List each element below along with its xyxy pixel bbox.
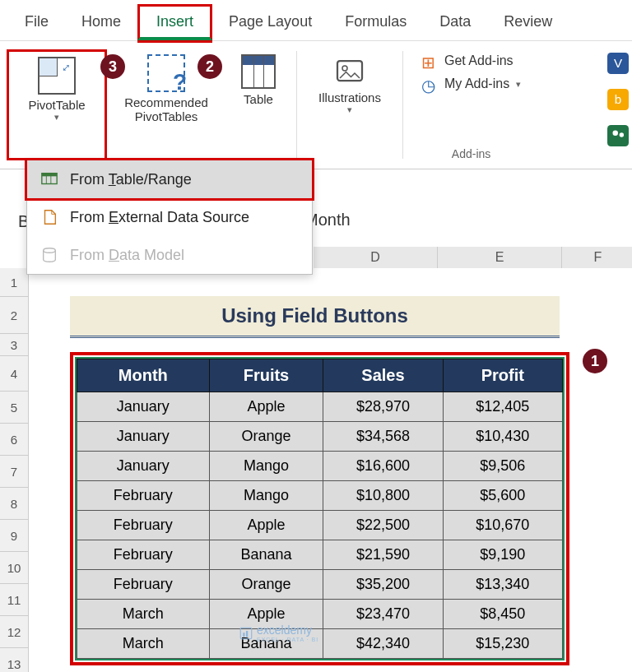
- step-marker-2: 2: [198, 54, 222, 79]
- step-marker-1: 1: [583, 349, 607, 373]
- table-icon: [241, 54, 276, 89]
- ribbon-separator: [296, 51, 297, 159]
- pivot-table-button[interactable]: PivotTable ▾: [7, 49, 107, 160]
- svg-rect-6: [607, 125, 629, 146]
- tab-insert[interactable]: Insert: [137, 4, 212, 40]
- from-external-item[interactable]: From External Data Source: [27, 198, 312, 236]
- get-addins-label: Get Add-ins: [444, 53, 514, 68]
- tab-review[interactable]: Review: [487, 7, 569, 40]
- row-headers: 1 2 3 4 5 6 7 8 9 10 11 12 13: [0, 268, 29, 672]
- illustrations-icon: [333, 54, 366, 87]
- from-table-range-label: From Table/Range: [70, 171, 192, 188]
- get-addins-icon: ⊞: [421, 53, 438, 69]
- addins-group-label: Add-ins: [420, 144, 523, 160]
- col-header-f[interactable]: F: [562, 247, 632, 268]
- tab-page-layout[interactable]: Page Layout: [212, 7, 328, 40]
- svg-text:V: V: [614, 56, 623, 70]
- svg-point-1: [342, 66, 347, 71]
- svg-point-7: [613, 131, 619, 137]
- chevron-down-icon: ▾: [516, 79, 521, 90]
- my-addins-label: My Add-ins: [444, 76, 509, 91]
- tab-file[interactable]: File: [8, 7, 65, 40]
- row-header-8[interactable]: 8: [0, 488, 29, 520]
- table-range-icon: [40, 170, 58, 188]
- table-row[interactable]: MarchBanana$42,340$15,230: [77, 629, 563, 659]
- ribbon-body: PivotTable ▾ Recommended PivotTables Tab…: [0, 41, 632, 169]
- table-row[interactable]: FebruaryBanana$21,590$9,190: [77, 540, 563, 570]
- col-profit[interactable]: Profit: [443, 359, 562, 392]
- row-header-13[interactable]: 13: [0, 648, 29, 672]
- addins-group: ⊞ Get Add-ins ◷ My Add-ins ▾ Add-ins: [408, 49, 534, 160]
- col-sales[interactable]: Sales: [323, 359, 443, 392]
- from-data-model-label: From Data Model: [70, 247, 184, 264]
- from-data-model-item: From Data Model: [27, 236, 312, 274]
- row-header-6[interactable]: 6: [0, 424, 29, 456]
- col-header-e[interactable]: E: [438, 247, 562, 268]
- my-addins-button[interactable]: ◷ My Add-ins ▾: [420, 72, 523, 95]
- from-external-label: From External Data Source: [70, 209, 249, 226]
- svg-point-8: [620, 132, 624, 137]
- from-table-range-item[interactable]: From Table/Range: [25, 158, 314, 201]
- right-app-icons: V b: [607, 53, 629, 146]
- table-row[interactable]: JanuaryApple$28,970$12,405: [77, 392, 563, 422]
- col-fruits[interactable]: Fruits: [209, 359, 323, 392]
- ribbon-tabs: File Home Insert Page Layout Formulas Da…: [0, 0, 632, 41]
- illustrations-button[interactable]: Illustrations ▾: [302, 49, 397, 160]
- tab-home[interactable]: Home: [65, 7, 137, 40]
- bing-icon[interactable]: b: [607, 89, 629, 110]
- illustrations-label: Illustrations: [318, 90, 381, 104]
- visio-icon[interactable]: V: [607, 53, 629, 74]
- data-table-selection: Month Fruits Sales Profit JanuaryApple$2…: [70, 352, 569, 665]
- table-row[interactable]: FebruaryOrange$35,200$13,340: [77, 570, 563, 600]
- table-row[interactable]: JanuaryMango$16,600$9,506: [77, 452, 563, 481]
- step-marker-3: 3: [100, 54, 125, 79]
- table-row[interactable]: FebruaryApple$22,500$10,670: [77, 511, 563, 540]
- tab-formulas[interactable]: Formulas: [328, 7, 423, 40]
- table-row[interactable]: FebruaryMango$10,800$5,600: [77, 481, 563, 511]
- watermark-text: exceldemy: [257, 623, 318, 637]
- col-month[interactable]: Month: [77, 359, 210, 392]
- svg-point-13: [44, 248, 56, 253]
- row-header-3[interactable]: 3: [0, 334, 29, 356]
- chevron-down-icon: ▾: [54, 112, 59, 123]
- recommended-pivot-icon: [147, 54, 185, 92]
- col-header-d[interactable]: D: [314, 247, 438, 268]
- data-table[interactable]: Month Fruits Sales Profit JanuaryApple$2…: [77, 359, 563, 659]
- data-model-icon: [40, 246, 58, 264]
- pivot-table-icon: [38, 57, 76, 95]
- pivot-table-dropdown: From Table/Range From External Data Sour…: [26, 160, 313, 275]
- row-header-4[interactable]: 4: [0, 356, 29, 392]
- row-header-5[interactable]: 5: [0, 392, 29, 424]
- chevron-down-icon: ▾: [347, 104, 352, 115]
- row-header-10[interactable]: 10: [0, 552, 29, 584]
- recommended-pivot-label: Recommended PivotTables: [124, 95, 208, 124]
- row-header-7[interactable]: 7: [0, 456, 29, 488]
- table-row[interactable]: MarchApple$23,470$8,450: [77, 600, 563, 629]
- external-data-icon: [40, 208, 58, 226]
- table-label: Table: [244, 92, 273, 106]
- table-button[interactable]: Table: [225, 49, 291, 160]
- row-header-12[interactable]: 12: [0, 616, 29, 648]
- watermark-icon: [239, 626, 253, 641]
- pivot-table-label: PivotTable: [28, 98, 85, 112]
- svg-rect-10: [42, 174, 57, 177]
- watermark-sub: EXCEL · DATA · BI: [257, 637, 318, 642]
- table-header-row: Month Fruits Sales Profit: [77, 359, 563, 392]
- svg-text:b: b: [615, 92, 621, 106]
- svg-rect-15: [243, 633, 244, 637]
- row-header-2[interactable]: 2: [0, 297, 29, 334]
- get-addins-button[interactable]: ⊞ Get Add-ins: [420, 49, 523, 72]
- table-row[interactable]: JanuaryOrange$34,568$10,430: [77, 422, 563, 452]
- my-addins-icon: ◷: [421, 76, 438, 92]
- sheet-title: Using Field Buttons: [70, 296, 560, 338]
- row-header-9[interactable]: 9: [0, 520, 29, 552]
- column-headers: D E F: [314, 247, 632, 268]
- ribbon-separator: [402, 51, 403, 159]
- tab-data[interactable]: Data: [423, 7, 487, 40]
- people-icon[interactable]: [607, 125, 629, 146]
- row-header-11[interactable]: 11: [0, 584, 29, 616]
- watermark: exceldemy EXCEL · DATA · BI: [239, 623, 318, 642]
- svg-rect-16: [246, 631, 248, 637]
- row-header-1[interactable]: 1: [0, 268, 29, 297]
